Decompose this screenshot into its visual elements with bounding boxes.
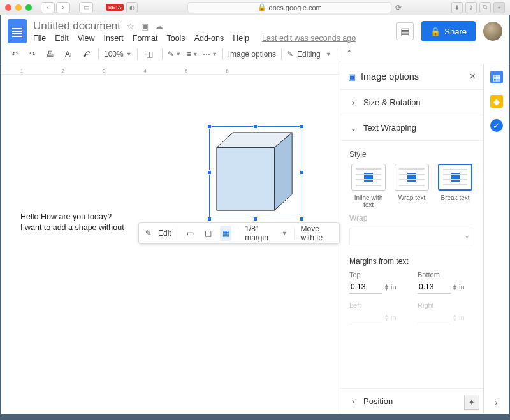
print-button[interactable]: 🖶 — [43, 47, 57, 61]
selected-shape[interactable] — [212, 129, 300, 217]
undo-button[interactable]: ↶ — [8, 47, 22, 61]
menu-edit[interactable]: Edit — [55, 34, 69, 43]
resize-handle-ne[interactable] — [300, 124, 304, 129]
menu-file[interactable]: File — [33, 34, 46, 43]
wrap-text-option[interactable]: ◫ — [202, 226, 214, 241]
spellcheck-button[interactable]: Aᵢ — [61, 47, 75, 61]
new-tab-icon[interactable]: + — [493, 2, 505, 13]
resize-handle-s[interactable] — [253, 217, 258, 221]
keep-icon[interactable]: ◆ — [490, 95, 503, 108]
tasks-icon[interactable]: ✓ — [490, 119, 503, 132]
share-button[interactable]: 🔒 Share — [421, 21, 476, 41]
explore-button[interactable]: ✦ — [464, 395, 479, 410]
style-heading: Style — [349, 150, 474, 159]
style-wrap-option[interactable] — [395, 164, 429, 191]
style-inline-option[interactable] — [351, 164, 386, 191]
url-text: docs.google.com — [269, 4, 322, 11]
sidebar-toggle-icon[interactable]: ▭ — [79, 2, 93, 13]
menu-insert[interactable]: Insert — [104, 34, 124, 43]
beta-badge: BETA — [106, 4, 124, 11]
document-title[interactable]: Untitled document — [33, 20, 120, 33]
ruler-mark: 6 — [226, 68, 228, 74]
chevron-down-icon: ▼ — [282, 230, 288, 236]
break-text-option[interactable]: ▦ — [220, 226, 231, 241]
horizontal-ruler[interactable]: 1 2 3 4 5 6 — [1, 64, 340, 75]
menu-view[interactable]: View — [78, 34, 95, 43]
back-button[interactable]: ‹ — [41, 2, 55, 13]
menu-tools[interactable]: Tools — [166, 34, 185, 43]
address-bar[interactable]: 🔒 docs.google.com — [187, 2, 391, 13]
border-color-button[interactable]: ✎▼ — [168, 47, 182, 61]
right-label: Right — [418, 301, 474, 309]
edit-button[interactable]: Edit — [158, 229, 171, 238]
body-text[interactable]: Hello How are you today? I want to add a… — [20, 212, 124, 233]
section-label: Size & Rotation — [363, 98, 421, 107]
star-icon[interactable]: ☆ — [127, 22, 135, 31]
image-options-link[interactable]: Image options — [228, 50, 276, 59]
margin-select[interactable]: 1/8" margin — [245, 224, 274, 242]
comments-button[interactable]: ▤ — [396, 22, 414, 40]
last-edit-link[interactable]: Last edit was seconds ago — [262, 34, 356, 43]
border-dash-button[interactable]: ⋯▼ — [203, 47, 217, 61]
ruler-mark: 2 — [61, 68, 64, 74]
image-options-sidebar: ▣ Image options × › Size & Rotation ⌄ Te… — [340, 64, 483, 414]
margin-bottom-input[interactable] — [418, 280, 451, 294]
margins-heading: Margins from text — [349, 257, 474, 266]
collapse-rail-button[interactable]: › — [495, 397, 498, 407]
tabs-icon[interactable]: ⧉ — [479, 2, 491, 13]
style-caption: Break text — [441, 194, 469, 201]
section-label: Position — [363, 396, 393, 406]
inline-wrap-option[interactable]: ▭ — [184, 226, 196, 241]
move-folder-icon[interactable]: ▣ — [141, 22, 149, 31]
calendar-icon[interactable]: ▦ — [490, 71, 503, 83]
share-icon[interactable]: ⇪ — [465, 2, 477, 13]
editing-mode-select[interactable]: ✎ Editing ▼ — [287, 50, 332, 59]
close-window-icon[interactable] — [5, 4, 11, 11]
stepper-icon[interactable]: ▴▾ — [385, 283, 388, 291]
forward-button[interactable]: › — [56, 2, 70, 13]
resize-handle-n[interactable] — [253, 124, 258, 129]
resize-handle-se[interactable] — [300, 217, 304, 221]
downloads-icon[interactable]: ⬇ — [451, 2, 463, 13]
close-sidebar-button[interactable]: × — [470, 71, 476, 82]
zoom-value: 100% — [104, 50, 124, 59]
resize-handle-nw[interactable] — [207, 124, 212, 129]
style-caption: Wrap text — [398, 194, 426, 201]
style-break-option[interactable] — [438, 164, 472, 191]
reload-icon[interactable]: ⟳ — [395, 3, 402, 12]
resize-handle-e[interactable] — [300, 170, 304, 175]
text-line: I want to add a shape without — [20, 222, 124, 233]
crop-button[interactable]: ◫ — [143, 47, 157, 61]
browser-chrome: ‹ › ▭ BETA ◐ 🔒 docs.google.com ⟳ ⬇ ⇪ ⧉ + — [0, 0, 510, 15]
resize-handle-sw[interactable] — [207, 217, 212, 221]
redo-button[interactable]: ↷ — [26, 47, 40, 61]
move-with-text-select[interactable]: Move with te — [301, 224, 333, 242]
top-label: Top — [349, 271, 406, 279]
maximize-window-icon[interactable] — [26, 4, 32, 11]
section-position[interactable]: › Position — [340, 388, 483, 414]
minimize-window-icon[interactable] — [15, 4, 22, 11]
zoom-select[interactable]: 100% ▼ — [104, 50, 132, 59]
border-weight-button[interactable]: ≡▼ — [186, 47, 200, 61]
section-text-wrapping[interactable]: ⌄ Text Wrapping — [340, 115, 483, 140]
menu-format[interactable]: Format — [133, 34, 158, 43]
section-size-rotation[interactable]: › Size & Rotation — [340, 89, 483, 115]
unit-label: in — [391, 283, 397, 291]
stepper-icon[interactable]: ▴▾ — [453, 283, 456, 291]
text-wrapping-body: Style Inline with text — [340, 140, 483, 335]
margin-top-input[interactable] — [349, 280, 382, 294]
paint-format-button[interactable]: 🖌 — [79, 47, 93, 61]
style-caption: Inline with text — [349, 194, 388, 208]
resize-handle-w[interactable] — [207, 170, 212, 175]
docs-logo-icon[interactable] — [8, 19, 27, 43]
editing-label: Editing — [297, 50, 321, 59]
wrap-heading: Wrap — [349, 214, 474, 222]
privacy-report-icon[interactable]: ◐ — [126, 2, 138, 13]
account-avatar[interactable] — [483, 22, 502, 41]
ruler-mark: 4 — [143, 68, 146, 74]
menu-help[interactable]: Help — [233, 34, 249, 43]
document-page[interactable]: Hello How are you today? I want to add a… — [1, 75, 340, 414]
left-label: Left — [349, 301, 406, 309]
expand-toolbar-button[interactable]: ˆ — [342, 47, 356, 61]
menu-addons[interactable]: Add-ons — [194, 34, 224, 43]
